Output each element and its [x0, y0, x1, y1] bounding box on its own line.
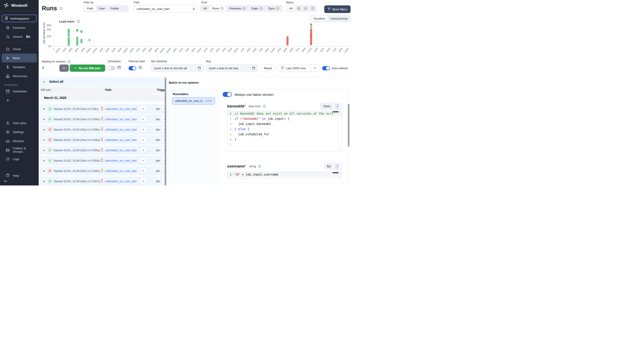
schedules-toggle[interactable]: [108, 66, 115, 70]
job-point-ok[interactable]: [76, 30, 78, 32]
filter-by-option-path[interactable]: Path: [84, 6, 96, 11]
clear-path-icon[interactable]: [192, 7, 196, 11]
last-runs-dropdown-button[interactable]: [310, 65, 319, 72]
waiting-info-icon[interactable]: [68, 60, 71, 63]
run-path-link[interactable]: u/dm/alert_on_user_ban: [105, 159, 136, 162]
workspace-selector[interactable]: workingspace: [2, 15, 37, 22]
job-point-ok[interactable]: [68, 35, 70, 37]
filter-by-path-button[interactable]: [140, 127, 146, 132]
panel-scrollbar[interactable]: [348, 104, 350, 147]
row-checkbox[interactable]: [42, 107, 46, 111]
filter-by-option-folder[interactable]: Folder: [108, 6, 122, 11]
latest-version-toggle[interactable]: [223, 92, 232, 97]
sidebar-item-user-dm[interactable]: User (dm): [2, 119, 37, 127]
sidebar-item-help[interactable]: Help: [2, 172, 37, 179]
job-point-fail[interactable]: [310, 24, 312, 26]
job-point-ok[interactable]: [310, 26, 312, 28]
logo-row[interactable]: Windmill: [0, 0, 39, 11]
planned-later-toggle[interactable]: [128, 66, 136, 70]
table-row[interactable]: Started 31/03, 23:06 (Ran in 0.059s)u/dm…: [39, 145, 166, 155]
filter-by-path-button[interactable]: [140, 158, 146, 163]
sidebar-item-folders-groups[interactable]: Folders & Groups...: [2, 145, 37, 154]
table-row[interactable]: Started 31/03, 23:06 (Ran in 0.059s)u/dm…: [39, 114, 166, 124]
job-point-fail[interactable]: [310, 43, 312, 45]
status-option-alert-circle[interactable]: [309, 6, 316, 11]
run-path-link[interactable]: u/dm/alert_on_user_ban: [105, 128, 136, 131]
filter-by-option-user[interactable]: User: [96, 6, 108, 11]
sidebar-item-runs[interactable]: Runs: [2, 54, 37, 63]
job-point-ok[interactable]: [76, 44, 78, 46]
status-option-check-circle[interactable]: [302, 6, 309, 11]
kind-option-sync[interactable]: Sync: [266, 6, 282, 11]
min-datetime-input[interactable]: [154, 67, 196, 70]
job-point-ok[interactable]: [80, 31, 82, 33]
run-path-link[interactable]: u/dm/alert_on_user_ban: [105, 169, 136, 173]
run-path-link[interactable]: u/dm/alert_on_user_ban: [105, 149, 136, 152]
panel-splitter[interactable]: [167, 77, 168, 185]
job-point-ok[interactable]: [80, 41, 82, 43]
job-point-fail[interactable]: [286, 43, 288, 46]
table-scrollbar[interactable]: [165, 78, 166, 185]
mode-option-static[interactable]: Static: [321, 104, 333, 109]
run-path-link[interactable]: u/dm/alert_on_user_ban: [105, 118, 136, 121]
last-runs-button[interactable]: Last 1000 runs: [278, 65, 309, 72]
filter-by-path-button[interactable]: [140, 147, 146, 153]
rerun-jobs-button[interactable]: Re-run 898 jobs: [70, 65, 105, 72]
sidebar-item-schedules[interactable]: Schedules: [2, 87, 37, 96]
filter-by-kebab-menu[interactable]: [122, 6, 128, 11]
filter-by-path-button[interactable]: [140, 137, 146, 143]
filter-by-path-button[interactable]: [140, 168, 146, 174]
sidebar-item-variables[interactable]: Variables: [2, 63, 37, 72]
kind-option-runs[interactable]: Runs: [210, 6, 226, 11]
row-checkbox[interactable]: [42, 169, 46, 173]
row-checkbox[interactable]: [42, 127, 46, 132]
run-path-link[interactable]: u/dm/alert_on_user_ban: [105, 180, 136, 183]
filter-by-path-button[interactable]: [140, 116, 146, 122]
code-editor-username[interactable]: 1"@" + job.input.username: [227, 172, 342, 179]
sidebar-item-favorites[interactable]: Favorites: [2, 23, 37, 32]
job-point-ok[interactable]: [68, 31, 70, 33]
runnable-item[interactable]: u/dm/alert_on_user_b... (898): [172, 97, 215, 105]
sidebar-item-settings[interactable]: Settings: [2, 127, 37, 136]
editor-scrollbar[interactable]: [332, 111, 338, 112]
table-row[interactable]: Started 31/03, 23:06 (Ran in 0.048s)u/dm…: [39, 125, 166, 134]
kind-option-deps[interactable]: Deps: [248, 6, 266, 11]
sidebar-item-search[interactable]: Search⌘k: [2, 32, 37, 41]
select-all-checkbox[interactable]: [42, 79, 46, 84]
sidebar-item-workers[interactable]: Workers: [2, 136, 37, 145]
mode-option-static[interactable]: ${}: [325, 164, 333, 169]
kind-option-all[interactable]: All: [201, 6, 210, 11]
more-filters-button[interactable]: More filters: [324, 6, 350, 13]
path-filter-input[interactable]: [136, 7, 192, 11]
min-datetime-calendar-button[interactable]: [196, 65, 202, 71]
duration-scatter-chart[interactable]: 10AM12PM2PM4PM6PM8PM10PM12AM2AM4AM6AM8AM…: [53, 20, 351, 57]
job-point-ok[interactable]: [68, 44, 70, 46]
row-checkbox[interactable]: [42, 179, 46, 183]
max-datetime-calendar-button[interactable]: [250, 65, 257, 71]
job-point-ok[interactable]: [88, 39, 90, 41]
sidebar-item-logs[interactable]: Logs: [2, 154, 37, 163]
table-row[interactable]: Started 31/03, 23:06 (Ran in 0.046s)u/dm…: [39, 166, 166, 176]
mode-option-javascript[interactable]: f: [333, 163, 341, 169]
editor-scrollbar[interactable]: [332, 172, 338, 173]
run-path-link[interactable]: u/dm/alert_on_user_ban: [105, 138, 136, 142]
table-row[interactable]: Started 31/03, 23:06 (Ran in 0.06s)u/dm/…: [39, 104, 166, 114]
field-info-icon[interactable]: [258, 165, 261, 168]
table-row[interactable]: Started 31/03, 23:06 (Ran in 0.059s)u/dm…: [39, 156, 166, 165]
row-checkbox[interactable]: [42, 117, 46, 121]
sidebar-item-resources[interactable]: Resources: [2, 72, 37, 81]
auto-refresh-toggle[interactable]: [322, 66, 330, 70]
collapse-sidebar-button[interactable]: [4, 179, 8, 184]
max-datetime-input[interactable]: [209, 67, 250, 70]
status-option-all[interactable]: All: [286, 6, 295, 11]
run-path-link[interactable]: u/dm/alert_on_user_ban: [105, 107, 136, 111]
table-row[interactable]: Started 31/03, 23:06 (Ran in 0.046s)u/dm…: [39, 135, 166, 145]
field-info-icon[interactable]: [263, 105, 266, 108]
row-checkbox[interactable]: [42, 138, 46, 142]
row-checkbox[interactable]: [42, 158, 46, 163]
sidebar-item-add[interactable]: [2, 96, 37, 105]
code-editor-bannedAt[interactable]: 1// bannedAt does not exist on all versi…: [227, 111, 342, 151]
mode-option-javascript[interactable]: f: [333, 103, 341, 109]
kind-option-previews[interactable]: Previews: [226, 6, 249, 11]
table-row[interactable]: Started 31/03, 23:06 (Ran in 0.057s)u/dm…: [39, 176, 166, 185]
